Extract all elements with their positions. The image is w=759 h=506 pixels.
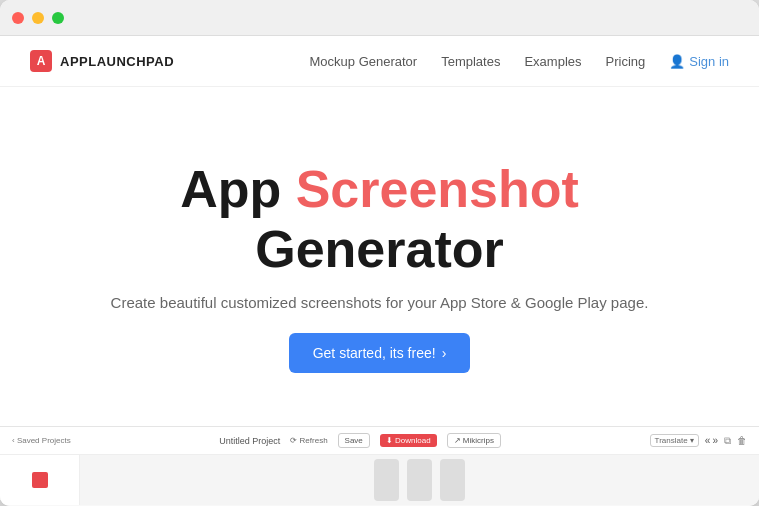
translate-button[interactable]: Translate ▾ [650, 434, 699, 447]
user-icon: 👤 [669, 54, 685, 69]
hero-subtitle: Create beautiful customized screenshots … [111, 294, 649, 311]
brand-initial: A [37, 54, 46, 68]
toolbar-center: Untitled Project ⟳ Refresh Save ⬇ Downlo… [219, 433, 501, 448]
sign-in-label: Sign in [689, 54, 729, 69]
nav-prev[interactable]: « [705, 435, 711, 446]
nav-link-pricing[interactable]: Pricing [606, 54, 646, 69]
nav-link-mockup[interactable]: Mockup Generator [310, 54, 418, 69]
saved-projects-button[interactable]: ‹ Saved Projects [12, 436, 71, 445]
save-button[interactable]: Save [338, 433, 370, 448]
hero-title-part2: Generator [255, 220, 504, 278]
app-preview-toolbar: ‹ Saved Projects Untitled Project ⟳ Refr… [0, 427, 759, 455]
nav-links: Mockup Generator Templates Examples Pric… [310, 54, 730, 69]
trash-icon[interactable]: 🗑 [737, 435, 747, 446]
navbar: A APPLAUNCHPAD Mockup Generator Template… [0, 36, 759, 87]
toolbar-right: Translate ▾ « » ⧉ 🗑 [650, 434, 747, 447]
browser-window: A APPLAUNCHPAD Mockup Generator Template… [0, 0, 759, 506]
hero-section: App Screenshot Generator Create beautifu… [0, 87, 759, 426]
toolbar-left: ‹ Saved Projects [12, 436, 71, 445]
app-preview: ‹ Saved Projects Untitled Project ⟳ Refr… [0, 426, 759, 506]
preview-sidebar-icon [32, 472, 48, 488]
mockup-button[interactable]: ↗ Mikicrips [447, 433, 501, 448]
download-button[interactable]: ⬇ Download [380, 434, 437, 447]
traffic-light-green[interactable] [52, 12, 64, 24]
hero-title-highlight: Screenshot [296, 160, 579, 218]
sign-in-button[interactable]: 👤 Sign in [669, 54, 729, 69]
preview-main [80, 455, 759, 505]
traffic-light-red[interactable] [12, 12, 24, 24]
project-name: Untitled Project [219, 436, 280, 446]
hero-title: App Screenshot Generator [180, 160, 579, 280]
traffic-light-yellow[interactable] [32, 12, 44, 24]
nav-arrows: « » [705, 435, 718, 446]
brand-name: APPLAUNCHPAD [60, 54, 174, 69]
preview-phone-1 [374, 459, 399, 501]
page-content: A APPLAUNCHPAD Mockup Generator Template… [0, 36, 759, 506]
brand-logo: A [30, 50, 52, 72]
preview-sidebar [0, 455, 80, 505]
app-preview-content [0, 455, 759, 505]
brand: A APPLAUNCHPAD [30, 50, 174, 72]
nav-link-templates[interactable]: Templates [441, 54, 500, 69]
copy-icon[interactable]: ⧉ [724, 435, 731, 447]
preview-phone-2 [407, 459, 432, 501]
nav-next[interactable]: » [712, 435, 718, 446]
title-bar [0, 0, 759, 36]
refresh-button[interactable]: ⟳ Refresh [290, 436, 327, 445]
cta-button[interactable]: Get started, its free! › [289, 333, 471, 373]
nav-link-examples[interactable]: Examples [524, 54, 581, 69]
hero-title-part1: App [180, 160, 296, 218]
preview-phone-3 [440, 459, 465, 501]
cta-label: Get started, its free! [313, 345, 436, 361]
saved-projects-label: ‹ Saved Projects [12, 436, 71, 445]
cta-arrow: › [442, 345, 447, 361]
